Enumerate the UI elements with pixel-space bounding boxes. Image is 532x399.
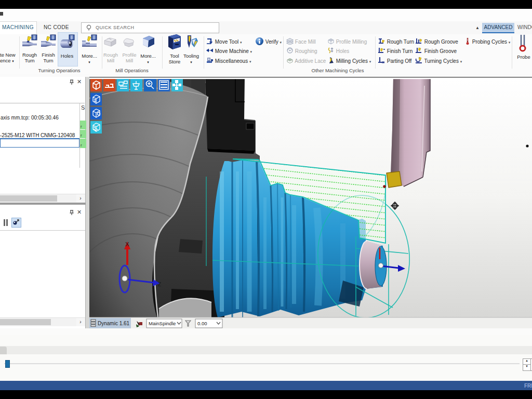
svg-text:0.00: 0.00	[197, 321, 207, 326]
svg-text:Dynamic 1.61: Dynamic 1.61	[98, 321, 130, 326]
svg-text:X: X	[125, 241, 129, 247]
svg-text:MainSpindle: MainSpindle	[149, 321, 176, 326]
svg-text:Z: Z	[158, 282, 161, 287]
